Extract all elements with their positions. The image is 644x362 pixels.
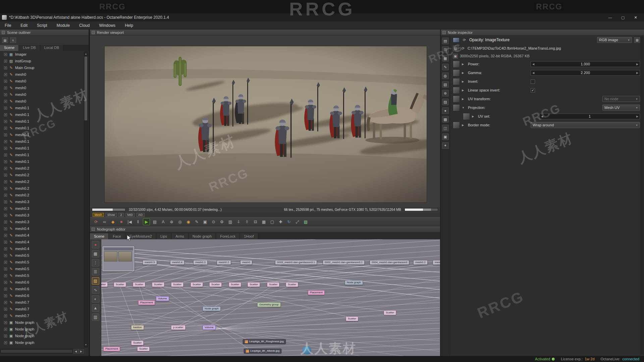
tree-item-imager[interactable]: +▦Imager: [0, 51, 83, 58]
node-leoptiga-8k-albedo-jpg[interactable]: Leoptiga_8K_Albedo.jpg: [244, 349, 281, 353]
node-scatter[interactable]: Scatter: [346, 316, 358, 321]
tree-item-mesh0-2[interactable]: +✎mesh0.2: [0, 185, 83, 192]
expand-icon[interactable]: +: [4, 127, 7, 130]
expand-icon[interactable]: +: [4, 180, 7, 183]
menu-file[interactable]: File: [0, 22, 16, 29]
scroll-thumb[interactable]: [85, 57, 87, 120]
save-image-icon[interactable]: ⇩: [235, 218, 242, 225]
scroll-down-icon[interactable]: ▼: [84, 343, 88, 347]
expand-icon[interactable]: +: [4, 147, 7, 150]
menu-script[interactable]: Script: [32, 22, 52, 29]
tree-item-node-graph[interactable]: +▣Node graph: [0, 326, 83, 333]
inspector-category-icon-6[interactable]: ⊕: [442, 90, 449, 97]
expand-icon[interactable]: +: [4, 341, 7, 344]
expand-icon[interactable]: +: [4, 174, 7, 177]
param-slider-gamma[interactable]: ◀2.200▶: [531, 70, 640, 76]
ng-dots-icon[interactable]: ⋮: [92, 259, 99, 266]
node-scatter[interactable]: Scatter: [133, 282, 145, 287]
expand-icon[interactable]: +: [4, 294, 7, 297]
compare-icon[interactable]: ⊟: [252, 218, 259, 225]
param-expander-icon[interactable]: ▶: [472, 115, 476, 118]
tree-item-path-tracing-kernel[interactable]: +◆Path tracing kernel: [0, 346, 83, 348]
tree-item-mesh0-5[interactable]: +✎mesh0.5: [0, 252, 83, 259]
ng-material-icon[interactable]: ●: [92, 241, 99, 248]
tree-item-mesh0-1[interactable]: +✎mesh0.1: [0, 138, 83, 145]
tree-vertical-scrollbar[interactable]: ▲ ▼: [84, 52, 88, 347]
inspector-scrollbar[interactable]: [640, 36, 644, 355]
tree-item-mesh0-1[interactable]: +✎mesh0.1: [0, 111, 83, 118]
expand-icon[interactable]: +: [4, 267, 7, 270]
node-placement[interactable]: Placement: [103, 347, 120, 351]
node-0004-mesh0-dan-gambeson3[interactable]: 0004_mesh0.dan-gambeson3: [370, 260, 409, 265]
ng-grid-icon[interactable]: ▦: [92, 250, 99, 257]
expand-icon[interactable]: +: [4, 86, 7, 89]
copy-image-icon[interactable]: ▥: [227, 218, 234, 225]
texture-options-button[interactable]: ▦: [634, 37, 640, 43]
inspector-category-icon-1[interactable]: ☰: [442, 46, 449, 53]
param-dropdown-border-mode[interactable]: Wrap around▼: [531, 122, 640, 128]
text-overlay-icon[interactable]: A: [160, 218, 167, 225]
expand-icon[interactable]: +: [4, 288, 7, 291]
nodegraph-tab-scene[interactable]: Scene: [90, 233, 109, 239]
tree-item-mesh0[interactable]: +✎mesh0: [0, 91, 83, 98]
tree-item-mesh0-4[interactable]: +✎mesh0.4: [0, 232, 83, 239]
node-placement[interactable]: Placement: [138, 300, 155, 305]
expand-icon[interactable]: +: [4, 107, 7, 110]
tree-item-mesh0-5[interactable]: +✎mesh0.5: [0, 265, 83, 272]
tree-item-mesh0-2[interactable]: +✎mesh0.2: [0, 178, 83, 185]
expand-icon[interactable]: +: [4, 221, 7, 224]
tree-item-main-group[interactable]: +✎Main Group: [0, 64, 83, 71]
tree-item-mesh0-5[interactable]: +✎mesh0.5: [0, 259, 83, 265]
tree-item-mesh0-2[interactable]: +✎mesh0.2: [0, 192, 83, 198]
tree-item-mesh0-4[interactable]: +✎mesh0.4: [0, 245, 83, 252]
expand-icon[interactable]: +: [4, 133, 7, 136]
node-mesh0-5[interactable]: mesh0.5: [143, 260, 157, 265]
tree-item-mesh0-5[interactable]: +✎mesh0.5: [0, 272, 83, 279]
stop-render-icon[interactable]: ■: [118, 218, 125, 225]
pick-white-balance-icon[interactable]: ◎: [176, 218, 183, 225]
node-scatter[interactable]: Scatter: [384, 310, 396, 315]
expand-icon[interactable]: +: [4, 160, 7, 163]
node-mesh0-3[interactable]: mesh0.3: [193, 260, 208, 265]
node-scatter[interactable]: Scatter: [248, 282, 260, 287]
inspector-category-icon-7[interactable]: ▨: [442, 99, 449, 105]
tree-item-mesh0-7[interactable]: +✎mesh0.7: [0, 306, 83, 312]
tree-item-mesh0-3[interactable]: +✎mesh0.3: [0, 205, 83, 212]
ng-mesh-icon[interactable]: ▲: [92, 304, 99, 312]
node-scatter[interactable]: Scatter: [286, 282, 298, 287]
tree-item-mesh0[interactable]: +✎mesh0: [0, 84, 83, 91]
tree-item-mesh0-1[interactable]: +✎mesh0.1: [0, 105, 83, 111]
menu-edit[interactable]: Edit: [16, 22, 32, 29]
pick-material-icon[interactable]: ◉: [185, 218, 192, 225]
tree-item-mesh0[interactable]: +✎mesh0: [0, 78, 83, 84]
node-0003-mesh0-dan-gambeson3-1[interactable]: 0003_mesh0.dan-gambeson3.1: [275, 260, 317, 265]
inspector-category-icon-2[interactable]: ▦: [442, 55, 449, 62]
param-checkbox-invert[interactable]: [531, 79, 535, 84]
menu-cloud[interactable]: Cloud: [74, 22, 94, 29]
inspector-category-icon-3[interactable]: ✎: [442, 64, 449, 70]
outliner-layout-icon[interactable]: ▦: [2, 38, 8, 43]
expand-icon[interactable]: +: [4, 200, 7, 203]
node-bastion[interactable]: bastion: [131, 325, 144, 330]
nodegraph-tab-arms[interactable]: Arms: [171, 233, 189, 239]
expand-icon[interactable]: +: [4, 227, 7, 230]
nodegraph-tab-lips[interactable]: Lips: [156, 233, 171, 239]
menu-module[interactable]: Module: [52, 22, 74, 29]
viewport-button-mesh[interactable]: Mesh: [93, 213, 104, 217]
viewport-button-2[interactable]: 2: [118, 213, 124, 217]
inspector-category-icon-11[interactable]: ▣: [442, 133, 449, 140]
display-mode-icon[interactable]: ▤: [151, 218, 158, 225]
expand-icon[interactable]: +: [4, 214, 7, 217]
node-scatter[interactable]: Scatter: [191, 282, 203, 287]
tree-item-mesh0-1[interactable]: +✎mesh0.1: [0, 158, 83, 165]
export-image-icon[interactable]: ⇧: [244, 218, 251, 225]
node-scatter[interactable]: Scatter: [229, 282, 241, 287]
param-expander-icon[interactable]: ▶: [462, 71, 466, 74]
expand-icon[interactable]: +: [4, 60, 7, 63]
slider-left-icon[interactable]: ◀: [531, 63, 536, 66]
expand-icon[interactable]: +: [4, 321, 7, 324]
expand-icon[interactable]: +: [4, 194, 7, 197]
scroll-left-icon[interactable]: ◀: [73, 349, 78, 354]
inspector-category-icon-0[interactable]: ▤: [442, 38, 449, 44]
maximize-button[interactable]: ▢: [616, 14, 629, 21]
